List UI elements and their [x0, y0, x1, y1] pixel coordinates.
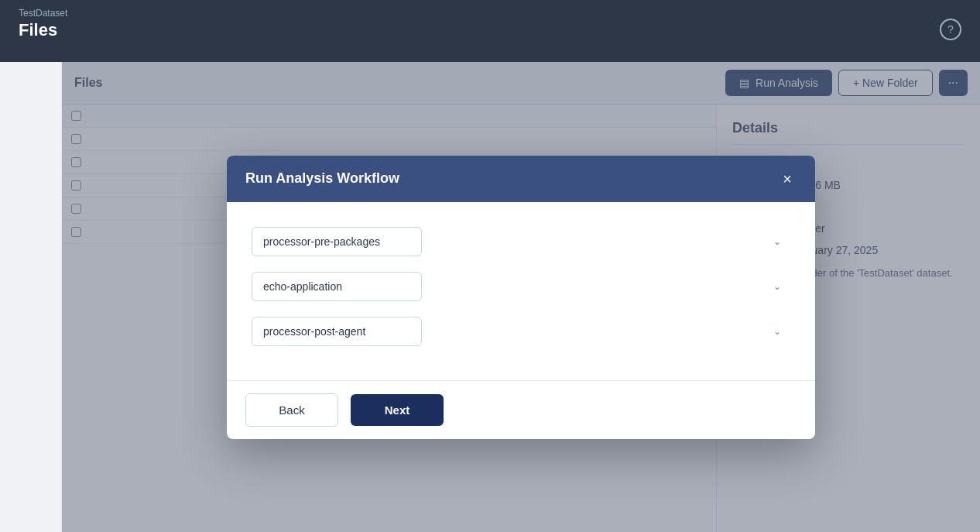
back-button[interactable]: Back: [245, 393, 338, 427]
modal-close-button[interactable]: ×: [778, 170, 797, 188]
sidebar-files-item[interactable]: [0, 71, 61, 84]
content-area: Files ▤ Run Analysis + New Folder ···: [62, 62, 980, 532]
modal-footer: Back Next: [227, 380, 815, 439]
modal-body: processor-pre-packages processor-pre-cle…: [227, 202, 815, 380]
modal-overlay: Run Analysis Workflow × processor-pre-pa…: [62, 62, 980, 532]
chevron-down-icon-2: ⌄: [773, 281, 781, 292]
dataset-name: TestDataset: [19, 8, 67, 19]
dropdown-1-wrapper: processor-pre-packages processor-pre-cle…: [252, 227, 790, 256]
modal-title: Run Analysis Workflow: [245, 170, 399, 187]
main-area: Files ▤ Run Analysis + New Folder ···: [0, 62, 980, 532]
chevron-down-icon-3: ⌄: [773, 326, 781, 337]
top-header: TestDataset Files ?: [0, 0, 980, 62]
section-title: Files: [19, 20, 67, 40]
left-sidebar: [0, 62, 62, 532]
processor-pre-dropdown[interactable]: processor-pre-packages processor-pre-cle…: [252, 227, 422, 256]
modal-dialog: Run Analysis Workflow × processor-pre-pa…: [227, 156, 815, 439]
modal-header: Run Analysis Workflow ×: [227, 156, 815, 202]
help-button[interactable]: ?: [940, 19, 961, 40]
dropdown-2-wrapper: echo-application echo-batch echo-stream …: [252, 272, 790, 301]
echo-application-dropdown[interactable]: echo-application echo-batch echo-stream: [252, 272, 422, 301]
next-button[interactable]: Next: [351, 394, 444, 426]
dropdown-3-wrapper: processor-post-agent processor-post-clea…: [252, 317, 790, 346]
header-left: TestDataset Files: [19, 8, 67, 40]
processor-post-dropdown[interactable]: processor-post-agent processor-post-clea…: [252, 317, 422, 346]
chevron-down-icon-1: ⌄: [773, 236, 781, 247]
